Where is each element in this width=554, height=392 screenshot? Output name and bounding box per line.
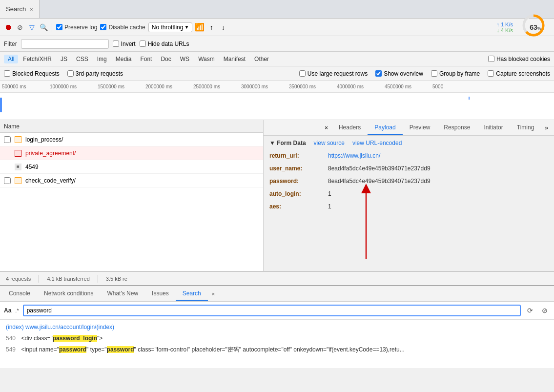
type-btn-other[interactable]: Other [250, 55, 273, 63]
return-url-value: https://www.jisilu.cn/ [328, 151, 380, 160]
drawer-tab-issues[interactable]: Issues [145, 287, 176, 301]
payload-content: ▼ Form Data view source view URL-encoded… [264, 136, 554, 271]
tab-timing[interactable]: Timing [510, 121, 541, 135]
show-overview-label[interactable]: Show overview [375, 70, 423, 77]
tab-payload[interactable]: Payload [368, 121, 402, 135]
search-toolbar-icon[interactable]: 🔍 [39, 23, 48, 32]
table-row[interactable]: check_code_verify/ [0, 174, 263, 187]
blocked-requests-label[interactable]: Blocked Requests [4, 70, 60, 77]
type-btn-css[interactable]: CSS [72, 55, 92, 63]
type-btn-wasm[interactable]: Wasm [194, 55, 219, 63]
request-name-num: 4549 [25, 164, 259, 170]
has-blocked-checkbox[interactable] [488, 56, 494, 62]
hide-data-urls-checkbox[interactable] [140, 41, 146, 47]
type-btn-fetchxhr[interactable]: Fetch/XHR [19, 55, 56, 63]
request-name: login_process/ [25, 136, 259, 143]
use-large-rows-label[interactable]: Use large request rows [299, 70, 368, 77]
drawer-tab-console[interactable]: Console [2, 287, 37, 301]
tick-2: 1000000 ms [48, 84, 96, 89]
group-by-frame-label[interactable]: Group by frame [431, 70, 480, 77]
request-name-error: private_agreement/ [25, 150, 259, 157]
type-btn-font[interactable]: Font [136, 55, 156, 63]
drawer-tab-network-conditions[interactable]: Network conditions [37, 287, 100, 301]
table-row[interactable]: private_agreement/ [0, 146, 263, 160]
type-btn-js[interactable]: JS [57, 55, 71, 63]
tab-initiator[interactable]: Initiator [477, 121, 510, 135]
capture-screenshots-checkbox[interactable] [488, 70, 494, 77]
type-btn-manifest[interactable]: Manifest [220, 55, 249, 63]
status-divider2 [98, 275, 98, 283]
form-data-title: ▼ Form Data [269, 140, 306, 146]
stop-icon[interactable]: ⊘ [16, 23, 24, 32]
aes-key: aes: [269, 202, 328, 211]
gauge-value: 63% [530, 23, 541, 31]
no-throttling-text: No throttling [152, 24, 184, 31]
third-party-label[interactable]: 3rd-party requests [67, 70, 123, 77]
no-throttling-select[interactable]: No throttling ▼ [148, 22, 193, 32]
preserve-log-checkbox[interactable] [56, 24, 62, 30]
search-tab[interactable]: Search × [0, 0, 40, 18]
tab-preview[interactable]: Preview [403, 121, 437, 135]
main-area: Name login_process/ private_agreement/ ≡… [0, 120, 554, 271]
panel-more-btn[interactable]: » [541, 123, 552, 133]
third-party-checkbox[interactable] [67, 70, 74, 77]
invert-checkbox[interactable] [113, 41, 119, 47]
form-data-header: ▼ Form Data view source view URL-encoded [269, 140, 548, 146]
gauge-container: 63% [521, 13, 550, 42]
hide-data-urls-label[interactable]: Hide data URLs [140, 41, 189, 47]
result-text-before: <div class=" [21, 335, 52, 342]
drawer-tab-search[interactable]: Search [176, 287, 208, 301]
request-name-verify: check_code_verify/ [25, 177, 259, 184]
third-party-text: 3rd-party requests [76, 70, 123, 77]
tab-response[interactable]: Response [437, 121, 477, 135]
tab-headers[interactable]: Headers [332, 121, 368, 135]
line-number2: 549 [6, 346, 16, 353]
use-large-rows-checkbox[interactable] [299, 70, 306, 77]
download-icon[interactable]: ↓ [219, 23, 227, 32]
disable-cache-checkbox[interactable] [100, 24, 106, 30]
blocked-requests-checkbox[interactable] [4, 70, 10, 77]
result-highlight-549c: password [107, 346, 134, 353]
group-by-frame-checkbox[interactable] [431, 70, 437, 77]
aa-label[interactable]: Aa [4, 307, 11, 314]
show-overview-checkbox[interactable] [375, 70, 382, 77]
refresh-search-icon[interactable]: ⟳ [525, 305, 535, 316]
type-btn-media[interactable]: Media [112, 55, 136, 63]
options-bar: Blocked Requests 3rd-party requests Use … [0, 66, 554, 81]
dot-asterisk-label[interactable]: .* [15, 308, 19, 313]
timeline-blue-dot [469, 97, 470, 100]
img-icon: ≡ [15, 164, 21, 170]
wifi-icon: 📶 [195, 23, 204, 32]
result-text-549: <input name=" [21, 346, 59, 353]
view-url-encoded-link[interactable]: view URL-encoded [352, 140, 402, 146]
filter-icon[interactable]: ▽ [27, 23, 36, 32]
list-item[interactable]: 549 <input name="password" type="passwor… [0, 344, 554, 355]
invert-label[interactable]: Invert [113, 41, 136, 47]
use-large-rows-text: Use large request rows [308, 70, 368, 77]
disable-cache-label[interactable]: Disable cache [100, 24, 145, 31]
preserve-log-label[interactable]: Preserve log [56, 24, 97, 31]
drawer-close-btn[interactable]: × [208, 289, 219, 299]
table-row[interactable]: ≡ 4549 [0, 160, 263, 174]
type-btn-doc[interactable]: Doc [157, 55, 175, 63]
panel-close-btn[interactable]: × [321, 123, 332, 133]
type-btn-img[interactable]: Img [93, 55, 111, 63]
filter-label: Filter [4, 41, 17, 47]
type-btn-ws[interactable]: WS [176, 55, 193, 63]
filter-input[interactable] [21, 39, 109, 49]
search-input[interactable] [23, 305, 521, 316]
type-btn-all[interactable]: All [4, 55, 18, 63]
search-tab-close[interactable]: × [30, 6, 33, 12]
clear-search-icon[interactable]: ⊘ [539, 305, 550, 316]
upload-icon[interactable]: ↑ [207, 23, 216, 32]
panel-tabs: × Headers Payload Preview Response Initi… [264, 120, 554, 136]
drawer-tab-whats-new[interactable]: What's New [100, 287, 145, 301]
list-item[interactable]: (index) www.jisilu.cn/account/login/(ind… [0, 322, 554, 333]
capture-screenshots-label[interactable]: Capture screenshots [488, 70, 550, 77]
list-item[interactable]: 540 <div class="password_login"> [0, 333, 554, 344]
row-checkbox2[interactable] [4, 177, 11, 184]
view-source-link[interactable]: view source [314, 140, 345, 146]
table-row[interactable]: login_process/ [0, 133, 263, 146]
row-checkbox[interactable] [4, 136, 11, 143]
record-icon[interactable]: ⏺ [4, 23, 13, 32]
